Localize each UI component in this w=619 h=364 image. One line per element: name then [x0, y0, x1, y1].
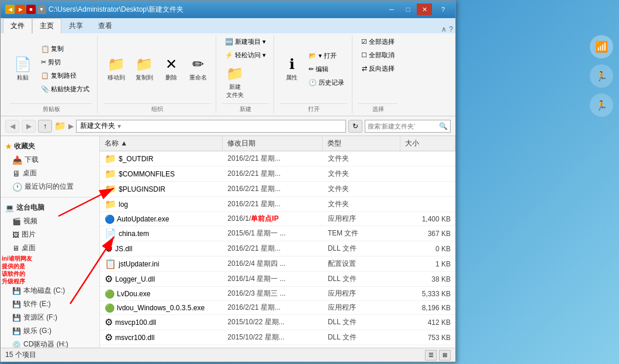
favorites-section: ★ 收藏夹 📥 下载 🖥 桌面 🕐 最近访问的位置 — [1, 138, 99, 195]
paste-button[interactable]: 📄 粘贴 — [10, 53, 36, 85]
select-none-button[interactable]: ☐ 全部取消 — [358, 49, 397, 61]
this-pc-header[interactable]: 💻 这台电脑 — [1, 201, 99, 214]
sidebar-item-resource-f[interactable]: 💾 资源区 (F:) — [1, 311, 99, 324]
cut-button[interactable]: ✂ 剪切 — [38, 56, 92, 68]
sidebar-item-recent[interactable]: 🕐 最近访问的位置 — [1, 180, 99, 193]
videos-icon: 🎬 — [12, 217, 21, 226]
grid-view-button[interactable]: ⊞ — [439, 350, 451, 360]
history-icon: 🕐 — [309, 79, 317, 86]
favorites-header[interactable]: ★ 收藏夹 — [1, 140, 99, 153]
date-jstupdater-ini: 2016/2/4 星期四 ... — [223, 257, 323, 271]
copy-button[interactable]: 📋 复制 — [38, 43, 92, 55]
properties-button[interactable]: ℹ 属性 — [280, 53, 303, 85]
list-view-button[interactable]: ☰ — [425, 350, 437, 360]
dll-icon-logger: ⚙ — [105, 273, 113, 285]
file-row-jstupdater-ini[interactable]: 📋jstUpdater.ini 2016/2/4 星期四 ... 配置设置 1 … — [100, 256, 455, 272]
filename-commonfiles: $COMMONFILES — [119, 170, 175, 178]
path-separator: ▶ — [68, 122, 74, 130]
tab-share[interactable]: 共享 — [61, 18, 91, 33]
file-row-lvdou-exe[interactable]: 🟢LvDou.exe 2016/2/3 星期三 ... 应用程序 5,333 K… — [100, 287, 455, 301]
entertainment-g-icon: 💾 — [12, 327, 21, 335]
ribbon-help-btn[interactable]: ? — [449, 25, 453, 33]
organize-label: 组织 — [103, 103, 211, 113]
rename-button[interactable]: ✏ 重命名 — [185, 53, 211, 85]
col-header-size[interactable]: 大小 — [400, 136, 455, 151]
favorites-label: 收藏夹 — [14, 141, 35, 151]
sidebar-item-videos[interactable]: 🎬 视频 — [1, 214, 99, 228]
forward-button[interactable]: ▶ — [22, 120, 36, 133]
open-label: ▾ 打开 — [319, 51, 337, 60]
filename-autoupdater: AutoUpdater.exe — [117, 215, 169, 223]
size-autoupdater: 1,400 KB — [400, 213, 455, 225]
invert-select-button[interactable]: ⇄ 反向选择 — [359, 63, 397, 75]
tab-view[interactable]: 查看 — [91, 18, 120, 33]
help-button[interactable]: ? — [435, 4, 451, 15]
col-header-name[interactable]: 名称 ▲ — [100, 136, 223, 151]
desktop2-label: 桌面 — [22, 243, 36, 253]
paste-shortcut-button[interactable]: 📎 粘贴快捷方式 — [38, 83, 92, 95]
refresh-button[interactable]: ↻ — [348, 120, 362, 133]
open-button[interactable]: 📂 ▾ 打开 — [306, 50, 347, 62]
view-controls: ☰ ⊞ — [425, 350, 451, 360]
size-outdir — [400, 157, 455, 161]
file-row-autoupdater[interactable]: 🔵AutoUpdater.exe 2016/1/单前点IP 应用程序 1,400… — [100, 212, 455, 226]
filename-js-dll: JS.dll — [115, 245, 132, 253]
up-button[interactable]: ↑ — [38, 120, 52, 133]
sidebar-item-pictures[interactable]: 🖼 图片 — [1, 228, 99, 241]
sidebar-item-desktop[interactable]: 🖥 桌面 — [1, 167, 99, 180]
filename-china-tem: china.tem — [119, 230, 149, 238]
file-row-china-tem[interactable]: 📄china.tem 2015/6/1 星期一 ... TEM 文件 367 K… — [100, 226, 455, 241]
file-row-log[interactable]: 📁log 2016/2/21 星期... 文件夹 — [100, 197, 455, 212]
sidebar-item-entertainment-g[interactable]: 💾 娱乐 (G:) — [1, 324, 99, 338]
history-button[interactable]: 🕐 历史记录 — [306, 77, 347, 89]
copy-path-label: 复制路径 — [51, 71, 77, 80]
date-outdir: 2016/2/21 星期... — [223, 152, 323, 165]
sidebar-item-soft-e[interactable]: 💾 软件 (E:) — [1, 297, 99, 311]
tab-file[interactable]: 文件 — [3, 18, 32, 33]
desktop-icon-1[interactable]: 🏃 — [590, 64, 613, 88]
file-row-logger-dll[interactable]: ⚙Logger_U.dll 2016/1/4 星期一 ... DLL 文件 38… — [100, 272, 455, 287]
maximize-button[interactable]: □ — [400, 4, 416, 15]
paste-icon: 📄 — [14, 56, 32, 72]
desktop-icon-2[interactable]: 🏃 — [590, 93, 613, 117]
new-item-button[interactable]: 🆕 新建项目 ▾ — [222, 36, 269, 48]
ribbon: 文件 主页 共享 查看 ∧ ? 📄 粘贴 — [1, 18, 455, 116]
back-button[interactable]: ◀ — [5, 120, 19, 133]
new-folder-label: 新建文件夹 — [226, 83, 244, 99]
file-row-commonfiles[interactable]: 📁$COMMONFILES 2016/2/21 星期... 文件夹 — [100, 167, 455, 182]
sidebar-item-cd-h[interactable]: 💿 CD驱动器 (H:) — [1, 338, 99, 348]
file-row-msvcr100[interactable]: ⚙msvcr100.dll 2015/10/22 星期... DLL 文件 75… — [100, 330, 455, 345]
open-col: 📂 ▾ 打开 ✏ 编辑 🕐 历史记录 — [306, 50, 347, 89]
file-row-outdir[interactable]: 📁$_OUTDIR 2016/2/21 星期... 文件夹 — [100, 151, 455, 167]
type-jstupdater-ini: 配置设置 — [323, 257, 401, 271]
properties-label: 属性 — [286, 74, 298, 82]
address-path[interactable]: 新建文件夹 ▾ — [76, 120, 346, 133]
easy-access-button[interactable]: ⚡ 轻松访问 ▾ — [222, 49, 269, 61]
tab-home[interactable]: 主页 — [32, 18, 61, 33]
file-row-msvcp100[interactable]: ⚙msvcp100.dll 2015/10/22 星期... DLL 文件 41… — [100, 315, 455, 330]
delete-button[interactable]: ✕ 删除 — [160, 53, 183, 85]
soft-e-label: 软件 (E:) — [23, 299, 51, 309]
file-row-lvdou-win-exe[interactable]: 🟢lvdou_Windows_0.0.3.5.exe 2016/2/21 星期.… — [100, 301, 455, 315]
open-icon: 📂 — [309, 52, 317, 60]
taskbar-right: 📶 🏃 🏃 — [590, 35, 613, 117]
sidebar-item-desktop2[interactable]: 🖥 桌面 — [1, 241, 99, 255]
close-button[interactable]: ✕ — [417, 4, 432, 15]
copy-to-button[interactable]: 📁 复制到 — [132, 53, 157, 85]
filename-jstupdater-ini: jstUpdater.ini — [119, 260, 159, 268]
col-header-date[interactable]: 修改日期 — [223, 136, 323, 151]
file-row-pluginsdir[interactable]: 📁$PLUGINSDIR 2016/2/21 星期... 文件夹 — [100, 182, 455, 197]
sidebar-item-local-c[interactable]: 💾 本地磁盘 (C:) — [1, 284, 99, 297]
sidebar-item-downloads[interactable]: 📥 下载 — [1, 153, 99, 167]
search-input[interactable] — [368, 123, 438, 130]
move-to-button[interactable]: 📁 移动到 — [103, 53, 129, 85]
file-row-js-dll[interactable]: ⚙JS.dll 2016/2/21 星期... DLL 文件 0 KB — [100, 241, 455, 256]
copy-path-button[interactable]: 📋 复制路径 — [38, 70, 92, 82]
col-header-type[interactable]: 类型 — [323, 136, 400, 151]
folder-icon-outdir: 📁 — [105, 153, 116, 164]
ribbon-collapse-btn[interactable]: ∧ — [441, 25, 447, 33]
new-folder-button[interactable]: 📁 新建文件夹 — [222, 63, 248, 102]
select-all-button[interactable]: ☑ 全部选择 — [358, 36, 397, 48]
edit-button[interactable]: ✏ 编辑 — [306, 63, 347, 75]
minimize-button[interactable]: ─ — [384, 4, 399, 15]
